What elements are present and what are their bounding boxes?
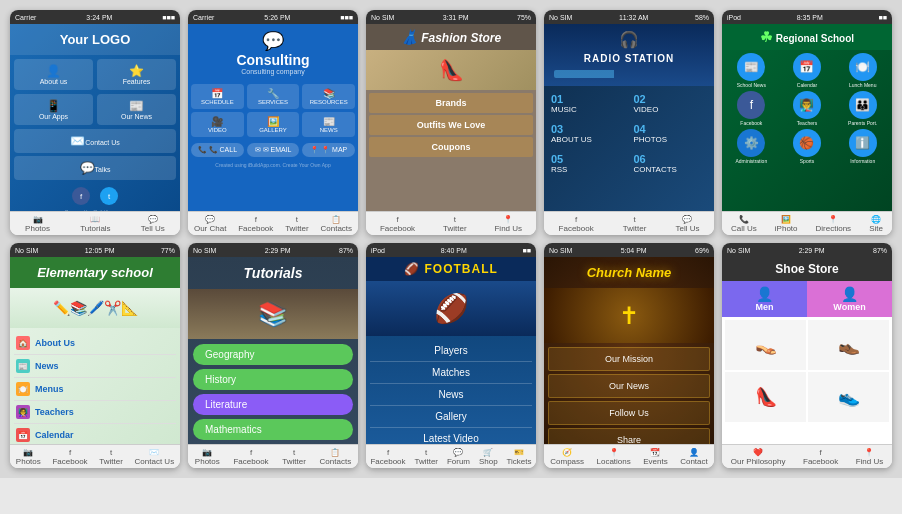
tutorials-tab[interactable]: 📖Tutorials — [80, 215, 110, 233]
about-button-4[interactable]: 03ABOUT US — [548, 120, 628, 147]
gallery-btn-8[interactable]: Gallery — [370, 406, 532, 428]
school-news-btn[interactable]: 📰 School News — [725, 53, 778, 88]
follow-us-btn[interactable]: Follow Us — [548, 401, 710, 425]
history-btn[interactable]: History — [193, 369, 353, 390]
mathematics-btn[interactable]: Mathematics — [193, 419, 353, 440]
schedule-button[interactable]: 📅SCHEDULE — [191, 84, 244, 109]
shop-tab-8[interactable]: 🛒Shop — [479, 448, 498, 466]
twitter-tab-3[interactable]: tTwitter — [443, 215, 467, 233]
photos-button-4[interactable]: 04PHOTOS — [631, 120, 711, 147]
men-tab[interactable]: 👤 Men — [722, 281, 807, 317]
contact-us-button[interactable]: ✉️Contact Us — [14, 129, 176, 153]
facebook-tab-4[interactable]: fFacebook — [559, 215, 594, 233]
status-time-6: 12:05 PM — [85, 247, 115, 254]
our-apps-button[interactable]: 📱Our Apps — [14, 94, 93, 125]
outfits-button[interactable]: Outfits We Love — [369, 115, 533, 135]
parents-btn[interactable]: 👪 Parents Port. — [836, 91, 889, 126]
facebook-tab-7[interactable]: fFacebook — [233, 448, 268, 466]
our-news-btn-9[interactable]: Our News — [548, 374, 710, 398]
video-button[interactable]: 🎥VIDEO — [191, 112, 244, 137]
latest-video-btn[interactable]: Latest Video — [370, 428, 532, 444]
facebook-icon[interactable]: f — [72, 187, 90, 205]
lunch-menu-btn[interactable]: 🍽️ Lunch Menu — [836, 53, 889, 88]
facebook-tab[interactable]: fFacebook — [238, 215, 273, 233]
call-button[interactable]: 📞 📞 CALL — [191, 143, 244, 157]
info-btn[interactable]: ℹ️ Information — [836, 129, 889, 164]
status-bar-10: No SIM 2:29 PM 87% — [722, 243, 892, 257]
features-button[interactable]: ⭐Features — [97, 59, 176, 90]
resources-button[interactable]: 📚RESOURCES — [302, 84, 355, 109]
players-btn[interactable]: Players — [370, 340, 532, 362]
forum-tab-8[interactable]: 💬Forum — [447, 448, 470, 466]
about-us-btn-6[interactable]: 🏠 About Us — [14, 332, 176, 355]
contacts-tab-7[interactable]: 📋Contacts — [320, 448, 352, 466]
our-news-button[interactable]: 📰Our News — [97, 94, 176, 125]
services-button[interactable]: 🔧SERVICES — [247, 84, 300, 109]
iphoto-tab-5[interactable]: 🖼️iPhoto — [775, 215, 798, 233]
call-tab-5[interactable]: 📞Call Us — [731, 215, 757, 233]
sports-btn[interactable]: 🏀 Sports — [781, 129, 834, 164]
matches-btn[interactable]: Matches — [370, 362, 532, 384]
philosophy-tab-10[interactable]: ❤️Our Philosophy — [731, 448, 786, 466]
about-us-button[interactable]: 👤About us — [14, 59, 93, 90]
geography-btn[interactable]: Geography — [193, 344, 353, 365]
product-1[interactable]: 👡 — [725, 320, 806, 370]
phone1-icon-grid: 👤About us ⭐Features 📱Our Apps 📰Our News — [10, 55, 180, 129]
women-tab[interactable]: 👤 Women — [807, 281, 892, 317]
twitter-icon[interactable]: t — [100, 187, 118, 205]
photos-tab[interactable]: 📷Photos — [25, 215, 50, 233]
tickets-tab-8[interactable]: 🎫Tickets — [506, 448, 531, 466]
music-button[interactable]: 01MUSIC — [548, 90, 628, 117]
tellus-tab[interactable]: 💬Tell Us — [141, 215, 165, 233]
email-button[interactable]: ✉ ✉ EMAIL — [247, 143, 300, 157]
product-4[interactable]: 👟 — [808, 372, 889, 422]
photos-tab-7[interactable]: 📷Photos — [195, 448, 220, 466]
product-3[interactable]: 👠 — [725, 372, 806, 422]
facebook-btn-5[interactable]: f Facebook — [725, 91, 778, 126]
gallery-button[interactable]: 🖼️GALLERY — [247, 112, 300, 137]
facebook-tab-10[interactable]: fFacebook — [803, 448, 838, 466]
admin-btn[interactable]: ⚙️ Administration — [725, 129, 778, 164]
findus-tab-10[interactable]: 📍Find Us — [856, 448, 884, 466]
our-mission-btn[interactable]: Our Mission — [548, 347, 710, 371]
twitter-tab-7[interactable]: tTwitter — [282, 448, 306, 466]
phone7-books-image: 📚 — [188, 289, 358, 339]
news-button[interactable]: 📰NEWS — [302, 112, 355, 137]
contact-tab-6[interactable]: ✉️Contact Us — [135, 448, 175, 466]
facebook-tab-8[interactable]: fFacebook — [370, 448, 405, 466]
brands-button[interactable]: Brands — [369, 93, 533, 113]
twitter-tab-4[interactable]: tTwitter — [623, 215, 647, 233]
facebook-tab-6[interactable]: fFacebook — [52, 448, 87, 466]
contact-tab-9[interactable]: 👤Contact — [680, 448, 708, 466]
facebook-tab-3[interactable]: fFacebook — [380, 215, 415, 233]
share-btn[interactable]: Share — [548, 428, 710, 444]
contacts-button-4[interactable]: 06CONTACTS — [631, 150, 711, 177]
twitter-tab[interactable]: tTwitter — [285, 215, 309, 233]
contacts-tab[interactable]: 📋Contacts — [321, 215, 353, 233]
compass-tab-9[interactable]: 🧭Compass — [550, 448, 584, 466]
video-button-4[interactable]: 02VIDEO — [631, 90, 711, 117]
calendar-btn-6[interactable]: 📅 Calendar — [14, 424, 176, 444]
news-btn-8[interactable]: News — [370, 384, 532, 406]
coupons-button[interactable]: Coupons — [369, 137, 533, 157]
map-button[interactable]: 📍 📍 MAP — [302, 143, 355, 157]
talks-button[interactable]: 💬Talks — [14, 156, 176, 180]
teachers-btn[interactable]: 👨‍🏫 Teachers — [781, 91, 834, 126]
menus-btn-6[interactable]: 🍽️ Menus — [14, 378, 176, 401]
tellus-tab-4[interactable]: 💬Tell Us — [675, 215, 699, 233]
twitter-tab-6[interactable]: tTwitter — [99, 448, 123, 466]
rss-button[interactable]: 05RSS — [548, 150, 628, 177]
locations-tab-9[interactable]: 📍Locations — [597, 448, 631, 466]
teachers-btn-6[interactable]: 👩‍🏫 Teachers — [14, 401, 176, 424]
photos-tab-6[interactable]: 📷Photos — [16, 448, 41, 466]
directions-tab-5[interactable]: 📍Directions — [816, 215, 852, 233]
findus-tab-3[interactable]: 📍Find Us — [494, 215, 522, 233]
events-tab-9[interactable]: 📆Events — [643, 448, 667, 466]
product-2[interactable]: 👞 — [808, 320, 889, 370]
our-chat-tab[interactable]: 💬Our Chat — [194, 215, 226, 233]
site-tab-5[interactable]: 🌐Site — [869, 215, 883, 233]
calendar-btn[interactable]: 📅 Calendar — [781, 53, 834, 88]
news-btn-6[interactable]: 📰 News — [14, 355, 176, 378]
twitter-tab-8[interactable]: tTwitter — [414, 448, 438, 466]
literature-btn[interactable]: Literature — [193, 394, 353, 415]
